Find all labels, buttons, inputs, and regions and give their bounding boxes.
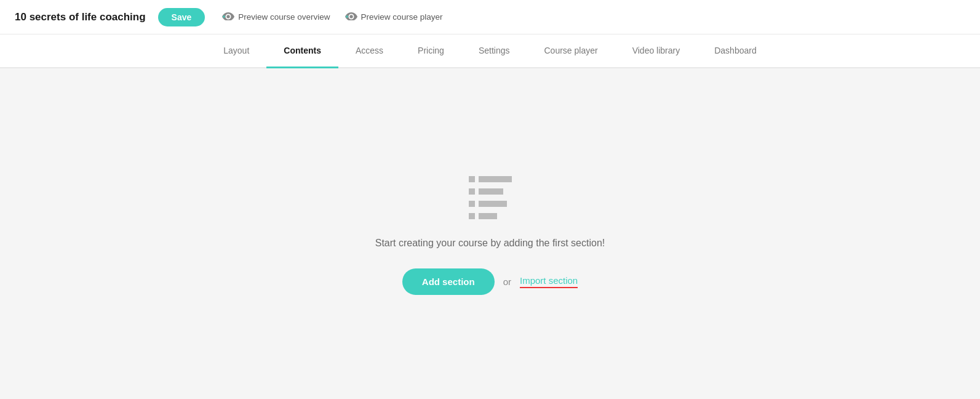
import-section-link[interactable]: Import section <box>520 275 578 288</box>
svg-rect-8 <box>469 213 475 219</box>
preview-player-link[interactable]: Preview course player <box>345 11 443 23</box>
preview-overview-link[interactable]: Preview course overview <box>222 11 330 23</box>
header: 10 secrets of life coaching Save Preview… <box>0 0 980 34</box>
empty-state-icon <box>463 171 518 220</box>
svg-point-1 <box>346 15 348 18</box>
save-button[interactable]: Save <box>158 8 205 26</box>
preview-player-label: Preview course player <box>361 12 443 22</box>
empty-state-message: Start creating your course by adding the… <box>375 238 605 249</box>
tab-course-player[interactable]: Course player <box>527 34 615 68</box>
action-row: Add section or Import section <box>402 268 578 295</box>
svg-rect-7 <box>479 201 507 207</box>
preview-links: Preview course overview Preview course p… <box>222 11 442 23</box>
preview-overview-icon <box>222 11 234 23</box>
main-content: Start creating your course by adding the… <box>0 68 980 397</box>
add-section-button[interactable]: Add section <box>402 268 495 295</box>
svg-rect-9 <box>479 213 497 219</box>
preview-overview-label: Preview course overview <box>238 12 330 22</box>
tab-dashboard[interactable]: Dashboard <box>697 34 774 68</box>
svg-rect-5 <box>479 188 503 195</box>
tab-layout[interactable]: Layout <box>206 34 266 68</box>
tab-access[interactable]: Access <box>338 34 400 68</box>
nav-tabs: Layout Contents Access Pricing Settings … <box>0 34 980 68</box>
svg-point-0 <box>223 15 225 18</box>
preview-player-icon <box>345 11 357 23</box>
svg-rect-3 <box>479 176 512 182</box>
tab-pricing[interactable]: Pricing <box>400 34 461 68</box>
svg-rect-4 <box>469 188 475 195</box>
tab-video-library[interactable]: Video library <box>615 34 698 68</box>
svg-rect-2 <box>469 176 475 182</box>
svg-rect-6 <box>469 201 475 207</box>
or-label: or <box>503 276 511 287</box>
tab-contents[interactable]: Contents <box>266 34 338 68</box>
course-title: 10 secrets of life coaching <box>15 11 146 23</box>
tab-settings[interactable]: Settings <box>461 34 527 68</box>
